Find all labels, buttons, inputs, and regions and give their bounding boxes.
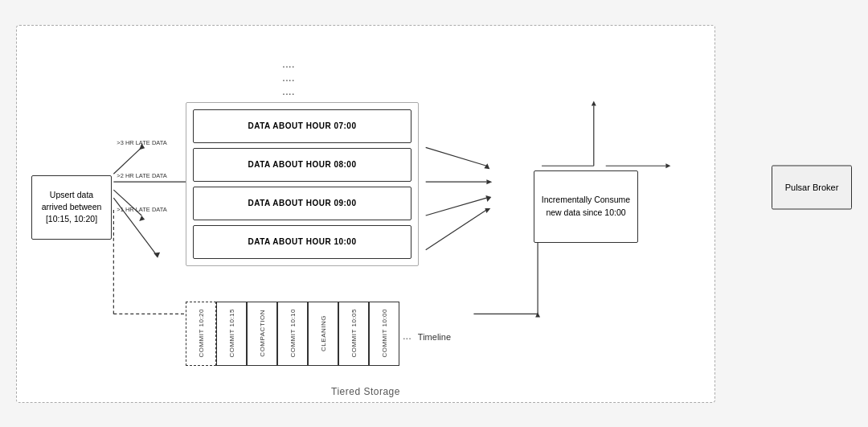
commit-label-1020: COMMIT 10:20 — [198, 309, 205, 358]
data-block-08: DATA ABOUT HOUR 08:00 — [193, 148, 411, 182]
tiered-storage-label: Tiered Storage — [331, 386, 400, 397]
consume-label: Incrementally Consume new data since 10:… — [539, 194, 633, 218]
commit-block-1005: COMMIT 10:05 — [338, 302, 369, 366]
consume-box: Incrementally Consume new data since 10:… — [534, 170, 638, 243]
commit-label-1000: COMMIT 10:00 — [381, 309, 388, 358]
svg-text:>2 HR LATE DATA: >2 HR LATE DATA — [117, 172, 166, 179]
commit-block-1020: COMMIT 10:20 — [186, 302, 216, 366]
svg-marker-14 — [486, 179, 492, 184]
svg-line-17 — [426, 210, 487, 250]
svg-text:>3 HR LATE DATA: >3 HR LATE DATA — [117, 139, 166, 146]
svg-line-0 — [113, 147, 141, 174]
upsert-box: Upsert data arrived between [10:15, 10:2… — [31, 175, 112, 240]
tiered-storage-box: .... .... .... Upsert data arrived betwe… — [16, 25, 715, 403]
commit-block-cleaning: CLEANING — [308, 302, 338, 366]
svg-line-15 — [426, 198, 487, 216]
commit-label-1015: COMMIT 10:15 — [228, 309, 235, 358]
svg-marker-18 — [485, 208, 490, 213]
commit-label-compaction: COMPACTION — [259, 310, 266, 357]
svg-marker-10 — [154, 252, 160, 257]
svg-marker-12 — [484, 163, 489, 169]
commit-label-1010: COMMIT 10:10 — [289, 309, 297, 358]
pulsar-broker-box: Pulsar Broker — [772, 165, 852, 209]
svg-marker-16 — [485, 195, 491, 202]
pulsar-broker-label: Pulsar Broker — [785, 183, 839, 192]
svg-marker-1 — [139, 143, 145, 150]
data-blocks-container: DATA ABOUT HOUR 07:00 DATA ABOUT HOUR 08… — [186, 102, 419, 266]
svg-marker-29 — [535, 312, 540, 317]
commit-label-1005: COMMIT 10:05 — [350, 309, 358, 358]
data-block-07: DATA ABOUT HOUR 07:00 — [193, 109, 411, 143]
commit-label-cleaning: CLEANING — [320, 315, 327, 351]
svg-text:>1 HR LATE DATA: >1 HR LATE DATA — [117, 206, 166, 213]
upsert-label: Upsert data arrived between [10:15, 10:2… — [37, 189, 106, 224]
data-block-09: DATA ABOUT HOUR 09:00 — [193, 187, 411, 220]
svg-line-9 — [113, 198, 155, 253]
dot-1: .... — [282, 58, 295, 69]
data-block-10: DATA ABOUT HOUR 10:00 — [193, 225, 411, 259]
commit-block-1000: COMMIT 10:00 — [369, 302, 399, 366]
svg-marker-7 — [139, 215, 145, 220]
commit-block-compaction: COMPACTION — [247, 302, 277, 366]
svg-marker-26 — [665, 163, 670, 168]
timeline-dots: ... — [403, 330, 411, 342]
main-container: .... .... .... Upsert data arrived betwe… — [16, 17, 852, 411]
svg-line-6 — [113, 190, 141, 216]
timeline-label: Timeline — [418, 332, 451, 342]
commit-block-1015: COMMIT 10:15 — [216, 302, 247, 366]
dots-container: .... .... .... — [282, 58, 295, 96]
dot-2: .... — [282, 72, 295, 83]
timeline-container: COMMIT 10:20 COMMIT 10:15 COMPACTION COM… — [186, 302, 451, 366]
dot-3: .... — [282, 85, 295, 96]
svg-line-11 — [426, 147, 487, 166]
svg-marker-24 — [592, 101, 596, 105]
commit-block-1010: COMMIT 10:10 — [277, 302, 308, 366]
